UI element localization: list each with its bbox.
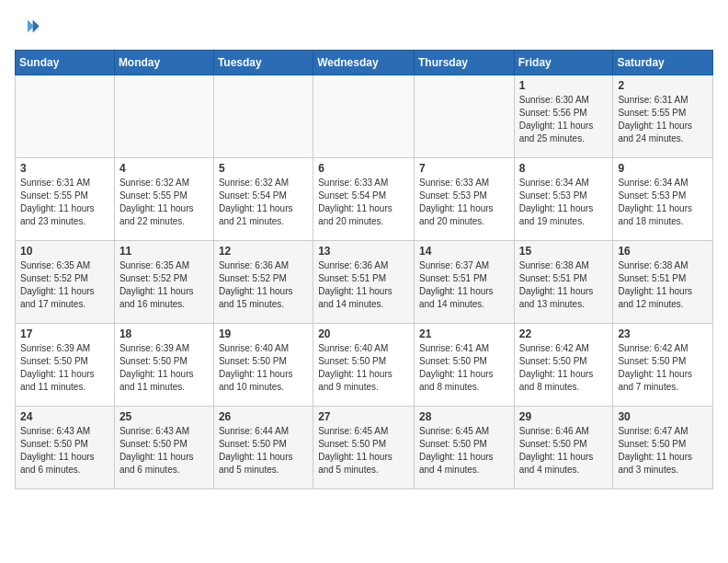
calendar-cell: 9Sunrise: 6:34 AMSunset: 5:53 PMDaylight… bbox=[613, 158, 713, 241]
calendar-cell: 20Sunrise: 6:40 AMSunset: 5:50 PMDayligh… bbox=[313, 324, 415, 407]
calendar-cell: 2Sunrise: 6:31 AMSunset: 5:55 PMDaylight… bbox=[613, 75, 713, 158]
calendar-cell: 16Sunrise: 6:38 AMSunset: 5:51 PMDayligh… bbox=[613, 241, 713, 324]
calendar-cell: 26Sunrise: 6:44 AMSunset: 5:50 PMDayligh… bbox=[213, 407, 313, 489]
weekday-header-tuesday: Tuesday bbox=[213, 51, 313, 75]
week-row-3: 10Sunrise: 6:35 AMSunset: 5:52 PMDayligh… bbox=[16, 241, 713, 324]
day-info: Sunrise: 6:37 AMSunset: 5:51 PMDaylight:… bbox=[419, 259, 509, 311]
weekday-header-monday: Monday bbox=[114, 51, 213, 75]
day-number: 27 bbox=[318, 410, 409, 423]
day-info: Sunrise: 6:39 AMSunset: 5:50 PMDaylight:… bbox=[119, 342, 209, 394]
day-number: 17 bbox=[20, 327, 109, 340]
calendar-header: SundayMondayTuesdayWednesdayThursdayFrid… bbox=[16, 51, 713, 75]
calendar-cell bbox=[313, 75, 415, 158]
day-info: Sunrise: 6:41 AMSunset: 5:50 PMDaylight:… bbox=[419, 342, 509, 394]
day-number: 7 bbox=[419, 162, 509, 175]
calendar-cell: 27Sunrise: 6:45 AMSunset: 5:50 PMDayligh… bbox=[313, 407, 415, 489]
calendar-cell: 24Sunrise: 6:43 AMSunset: 5:50 PMDayligh… bbox=[16, 407, 115, 489]
day-number: 9 bbox=[618, 162, 708, 175]
day-number: 13 bbox=[318, 245, 409, 258]
day-info: Sunrise: 6:38 AMSunset: 5:51 PMDaylight:… bbox=[618, 259, 708, 311]
page-container: SundayMondayTuesdayWednesdayThursdayFrid… bbox=[15, 15, 713, 489]
calendar-cell: 23Sunrise: 6:42 AMSunset: 5:50 PMDayligh… bbox=[613, 324, 713, 407]
calendar-cell: 1Sunrise: 6:30 AMSunset: 5:56 PMDaylight… bbox=[514, 75, 613, 158]
day-number: 29 bbox=[519, 410, 609, 423]
calendar-cell: 25Sunrise: 6:43 AMSunset: 5:50 PMDayligh… bbox=[114, 407, 213, 489]
day-number: 5 bbox=[219, 162, 308, 175]
day-info: Sunrise: 6:45 AMSunset: 5:50 PMDaylight:… bbox=[318, 425, 409, 477]
calendar-table: SundayMondayTuesdayWednesdayThursdayFrid… bbox=[15, 50, 713, 489]
day-number: 1 bbox=[519, 79, 609, 92]
weekday-row: SundayMondayTuesdayWednesdayThursdayFrid… bbox=[16, 51, 713, 75]
day-info: Sunrise: 6:44 AMSunset: 5:50 PMDaylight:… bbox=[219, 425, 308, 477]
day-info: Sunrise: 6:31 AMSunset: 5:55 PMDaylight:… bbox=[20, 177, 109, 228]
day-info: Sunrise: 6:47 AMSunset: 5:50 PMDaylight:… bbox=[618, 425, 708, 477]
calendar-cell bbox=[213, 75, 313, 158]
day-info: Sunrise: 6:35 AMSunset: 5:52 PMDaylight:… bbox=[20, 259, 109, 311]
week-row-1: 1Sunrise: 6:30 AMSunset: 5:56 PMDaylight… bbox=[16, 75, 713, 158]
week-row-2: 3Sunrise: 6:31 AMSunset: 5:55 PMDaylight… bbox=[16, 158, 713, 241]
day-info: Sunrise: 6:42 AMSunset: 5:50 PMDaylight:… bbox=[618, 342, 708, 394]
day-info: Sunrise: 6:36 AMSunset: 5:51 PMDaylight:… bbox=[318, 259, 409, 311]
calendar-cell: 30Sunrise: 6:47 AMSunset: 5:50 PMDayligh… bbox=[613, 407, 713, 489]
day-info: Sunrise: 6:40 AMSunset: 5:50 PMDaylight:… bbox=[318, 342, 409, 394]
calendar-cell: 11Sunrise: 6:35 AMSunset: 5:52 PMDayligh… bbox=[114, 241, 213, 324]
calendar-cell: 13Sunrise: 6:36 AMSunset: 5:51 PMDayligh… bbox=[313, 241, 415, 324]
day-info: Sunrise: 6:38 AMSunset: 5:51 PMDaylight:… bbox=[519, 259, 609, 311]
day-info: Sunrise: 6:43 AMSunset: 5:50 PMDaylight:… bbox=[20, 425, 109, 477]
day-number: 11 bbox=[119, 245, 209, 258]
day-number: 16 bbox=[618, 245, 708, 258]
day-number: 14 bbox=[419, 245, 509, 258]
day-number: 20 bbox=[318, 327, 409, 340]
day-info: Sunrise: 6:43 AMSunset: 5:50 PMDaylight:… bbox=[119, 425, 209, 477]
calendar-cell: 17Sunrise: 6:39 AMSunset: 5:50 PMDayligh… bbox=[16, 324, 115, 407]
page-header bbox=[15, 15, 713, 40]
day-number: 8 bbox=[519, 162, 609, 175]
day-number: 28 bbox=[419, 410, 509, 423]
day-number: 19 bbox=[219, 327, 308, 340]
calendar-cell: 7Sunrise: 6:33 AMSunset: 5:53 PMDaylight… bbox=[414, 158, 514, 241]
calendar-cell bbox=[16, 75, 115, 158]
calendar-cell: 6Sunrise: 6:33 AMSunset: 5:54 PMDaylight… bbox=[313, 158, 415, 241]
calendar-cell bbox=[114, 75, 213, 158]
calendar-cell: 15Sunrise: 6:38 AMSunset: 5:51 PMDayligh… bbox=[514, 241, 613, 324]
day-number: 18 bbox=[119, 327, 209, 340]
day-number: 24 bbox=[20, 410, 109, 423]
calendar-cell: 3Sunrise: 6:31 AMSunset: 5:55 PMDaylight… bbox=[16, 158, 115, 241]
day-number: 6 bbox=[318, 162, 409, 175]
day-info: Sunrise: 6:40 AMSunset: 5:50 PMDaylight:… bbox=[219, 342, 308, 394]
day-info: Sunrise: 6:30 AMSunset: 5:56 PMDaylight:… bbox=[519, 94, 609, 145]
calendar-cell: 8Sunrise: 6:34 AMSunset: 5:53 PMDaylight… bbox=[514, 158, 613, 241]
day-number: 4 bbox=[119, 162, 209, 175]
calendar-cell: 21Sunrise: 6:41 AMSunset: 5:50 PMDayligh… bbox=[414, 324, 514, 407]
day-info: Sunrise: 6:32 AMSunset: 5:54 PMDaylight:… bbox=[219, 177, 308, 228]
day-number: 15 bbox=[519, 245, 609, 258]
day-info: Sunrise: 6:32 AMSunset: 5:55 PMDaylight:… bbox=[119, 177, 209, 228]
day-number: 26 bbox=[219, 410, 308, 423]
calendar-cell: 29Sunrise: 6:46 AMSunset: 5:50 PMDayligh… bbox=[514, 407, 613, 489]
day-info: Sunrise: 6:36 AMSunset: 5:52 PMDaylight:… bbox=[219, 259, 308, 311]
day-info: Sunrise: 6:42 AMSunset: 5:50 PMDaylight:… bbox=[519, 342, 609, 394]
week-row-5: 24Sunrise: 6:43 AMSunset: 5:50 PMDayligh… bbox=[16, 407, 713, 489]
day-info: Sunrise: 6:35 AMSunset: 5:52 PMDaylight:… bbox=[119, 259, 209, 311]
calendar-cell: 14Sunrise: 6:37 AMSunset: 5:51 PMDayligh… bbox=[414, 241, 514, 324]
calendar-cell: 28Sunrise: 6:45 AMSunset: 5:50 PMDayligh… bbox=[414, 407, 514, 489]
day-number: 2 bbox=[618, 79, 708, 92]
day-number: 10 bbox=[20, 245, 109, 258]
weekday-header-saturday: Saturday bbox=[613, 51, 713, 75]
calendar-cell: 4Sunrise: 6:32 AMSunset: 5:55 PMDaylight… bbox=[114, 158, 213, 241]
weekday-header-thursday: Thursday bbox=[414, 51, 514, 75]
calendar-cell: 22Sunrise: 6:42 AMSunset: 5:50 PMDayligh… bbox=[514, 324, 613, 407]
day-info: Sunrise: 6:33 AMSunset: 5:53 PMDaylight:… bbox=[419, 177, 509, 228]
day-number: 3 bbox=[20, 162, 109, 175]
calendar-cell: 18Sunrise: 6:39 AMSunset: 5:50 PMDayligh… bbox=[114, 324, 213, 407]
calendar-body: 1Sunrise: 6:30 AMSunset: 5:56 PMDaylight… bbox=[16, 75, 713, 489]
day-info: Sunrise: 6:34 AMSunset: 5:53 PMDaylight:… bbox=[618, 177, 708, 228]
day-info: Sunrise: 6:34 AMSunset: 5:53 PMDaylight:… bbox=[519, 177, 609, 228]
day-info: Sunrise: 6:33 AMSunset: 5:54 PMDaylight:… bbox=[318, 177, 409, 228]
day-info: Sunrise: 6:46 AMSunset: 5:50 PMDaylight:… bbox=[519, 425, 609, 477]
day-info: Sunrise: 6:45 AMSunset: 5:50 PMDaylight:… bbox=[419, 425, 509, 477]
logo bbox=[15, 15, 44, 40]
weekday-header-friday: Friday bbox=[514, 51, 613, 75]
weekday-header-sunday: Sunday bbox=[16, 51, 115, 75]
calendar-cell: 5Sunrise: 6:32 AMSunset: 5:54 PMDaylight… bbox=[213, 158, 313, 241]
